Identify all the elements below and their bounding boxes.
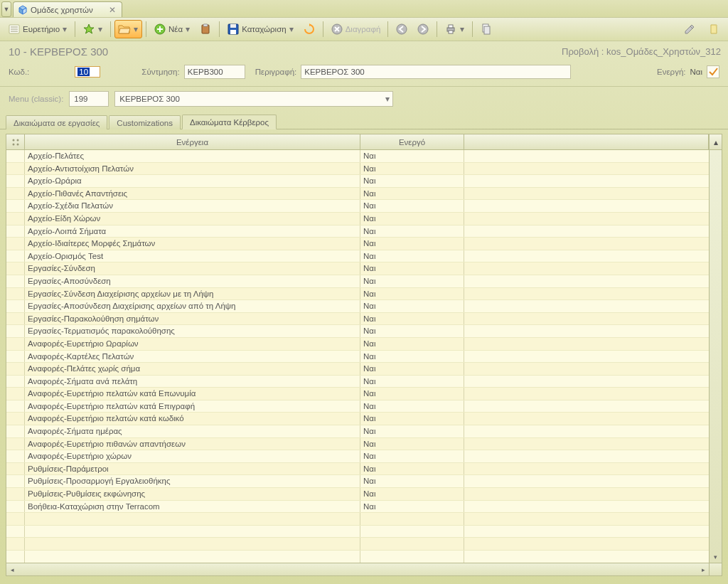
table-row[interactable]: Αρχείο-Αντιστοίχιση ΠελατώνΝαι (6, 163, 709, 176)
table-row[interactable]: Αρχείο-ΠελάτεςΝαι (6, 150, 709, 163)
table-row[interactable]: Εργασίες-Αποσύνδεση Διαχείρισης αρχείων … (6, 300, 709, 313)
table-row[interactable]: Αναφορές-Σήματα ανά πελάτηΝαι (6, 376, 709, 388)
separator (219, 21, 220, 37)
table-row[interactable]: Αρχείο-Ορισμός TestΝαι (6, 250, 709, 263)
table-row[interactable] (6, 526, 709, 538)
row-handle (6, 388, 25, 400)
cell-active: Ναι (360, 250, 464, 262)
table-row[interactable]: Αρχείο-Ιδιαίτερες Μορφές ΣημάτωνΝαι (6, 238, 709, 250)
save-label: Καταχώριση (242, 25, 287, 33)
cell-empty (464, 351, 709, 363)
table-row[interactable]: Αναφορές-Ευρετήριο χώρωνΝαι (6, 450, 709, 463)
row-handle (6, 450, 25, 462)
abbr-input[interactable] (184, 65, 245, 79)
clipboard-button[interactable] (196, 20, 215, 38)
cell-action: Αρχείο-Αντιστοίχιση Πελατών (25, 163, 360, 175)
table-row[interactable]: Αναφορές-Σήματα ημέραςΝαι (6, 425, 709, 438)
row-handle (6, 400, 25, 413)
scroll-left-button[interactable]: ◂ (6, 564, 18, 575)
related-button[interactable] (476, 20, 496, 38)
table-row[interactable]: Αναφορές-Ευρετήριο πελατών κατά Επιγραφή… (6, 400, 709, 413)
scrollbar-vertical[interactable]: ▾ (709, 150, 722, 563)
separator (75, 21, 75, 37)
tab-permissions-kerberos[interactable]: Δικαιώματα Κέρβερος (182, 115, 277, 129)
cell-action: Εργασίες-Αποσύνδεση (25, 275, 360, 287)
menu-desc-value: ΚΕΡΒΕΡΟΣ 300 (119, 95, 179, 103)
cell-action: Αναφορές-Ευρετήριο πελατών κατά κωδικό (25, 413, 360, 425)
table-row[interactable]: Αρχείο-Είδη ΧώρωνΝαι (6, 213, 709, 225)
table-row[interactable]: Αναφορές-Ευρετήριο ΩραρίωνΝαι (6, 338, 709, 351)
col-header-active[interactable]: Ενεργό (360, 134, 464, 149)
tab-permissions-tasks[interactable]: Δικαιώματα σε εργασίες (6, 115, 107, 129)
table-row[interactable]: Αρχείο-ΩράριαΝαι (6, 175, 709, 188)
col-header-action[interactable]: Ενέργεια (25, 134, 360, 149)
index-button[interactable]: Ευρετήριο ▾ (4, 20, 71, 38)
scroll-up-button[interactable]: ▴ (709, 134, 722, 149)
table-row[interactable]: Ρυθμίσεις-Ρυθμίσεις εκφώνησηςΝαι (6, 488, 709, 501)
table-row[interactable]: Αρχείο-Σχέδια ΠελατώνΝαι (6, 200, 709, 213)
table-row[interactable]: Αναφορές-Καρτέλες ΠελατώνΝαι (6, 351, 709, 363)
svg-point-21 (16, 143, 18, 145)
table-row[interactable]: Αναφορές-Ευρετήριο πελατών κατά Επωνυμία… (6, 388, 709, 400)
table-row[interactable]: Αναφορές-Πελάτες χωρίς σήμαΝαι (6, 363, 709, 376)
code-label: Κωδ.: (9, 68, 29, 76)
cell-empty (464, 262, 709, 275)
cell-action: Ρυθμίσεις-Ρυθμίσεις εκφώνησης (25, 488, 360, 500)
table-row[interactable]: Βοήθεια-Καταχώριση στην TerracomΝαι (6, 501, 709, 514)
table-row[interactable]: Ρυθμίσεις-ΠαράμετροιΝαι (6, 463, 709, 476)
tabbar-menu-button[interactable]: ▼ (1, 1, 11, 17)
folder-open-button[interactable]: ▾ (114, 20, 142, 38)
table-row[interactable]: Αναφορές-Ευρετήριο πελατών κατά κωδικόΝα… (6, 413, 709, 425)
desc-input[interactable] (301, 65, 571, 79)
new-button[interactable]: Νέα ▾ (150, 20, 194, 38)
table-row[interactable]: Αρχείο-Λοιπά ΣήματαΝαι (6, 225, 709, 238)
active-checkbox[interactable] (707, 65, 719, 78)
row-handle (6, 513, 25, 525)
cell-action: Αναφορές-Καρτέλες Πελατών (25, 351, 360, 363)
tab-customizations[interactable]: Customizations (109, 115, 181, 129)
print-button[interactable]: ▾ (441, 20, 469, 38)
table-row[interactable]: Εργασίες-Παρακολούθηση σημάτωνΝαι (6, 313, 709, 326)
cell-empty (464, 313, 709, 325)
table-row[interactable]: Αναφορές-Ευρετήριο πιθανών απαντήσεωνΝαι (6, 438, 709, 451)
close-icon[interactable]: ✕ (109, 5, 116, 15)
table-row[interactable]: Αρχείο-Πιθανές ΑπαντήσειςΝαι (6, 188, 709, 201)
table-row[interactable]: Ρυθμίσεις-Προσαρμογή ΕργαλειοθήκηςΝαι (6, 475, 709, 488)
cell-empty (464, 400, 709, 413)
delete-button[interactable]: Διαγραφή (327, 20, 385, 38)
window-tab-usergroups[interactable]: Ομάδες χρηστών ✕ (13, 1, 122, 17)
table-row[interactable]: Εργασίες-ΣύνδεσηΝαι (6, 262, 709, 275)
table-row[interactable] (6, 538, 709, 551)
menu-desc-dropdown[interactable]: ΚΕΡΒΕΡΟΣ 300 ▾ (114, 91, 393, 107)
menu-code-dropdown[interactable]: 199 (69, 91, 109, 107)
row-handle (6, 175, 25, 187)
code-input[interactable]: 10 (75, 66, 100, 78)
cell-action: Εργασίες-Σύνδεση Διαχείρισης αρχείων με … (25, 288, 360, 300)
scroll-down-button[interactable]: ▾ (710, 551, 721, 563)
table-row[interactable] (6, 551, 709, 563)
chevron-down-icon: ▾ (385, 94, 390, 104)
row-handle (6, 213, 25, 225)
nav-next-button[interactable] (413, 20, 433, 38)
table-row[interactable]: Εργασίες-Τερματισμός παρακολούθησηςΝαι (6, 325, 709, 338)
tools-button[interactable] (680, 20, 700, 38)
nav-prev-button[interactable] (392, 20, 412, 38)
cell-empty (464, 363, 709, 375)
table-row[interactable]: Εργασίες-Σύνδεση Διαχείρισης αρχείων με … (6, 288, 709, 301)
attach-button[interactable] (704, 20, 724, 38)
refresh-button[interactable] (299, 20, 319, 38)
svg-point-11 (397, 24, 407, 34)
cell-action: Βοήθεια-Καταχώριση στην Terracom (25, 501, 360, 513)
cell-active: Ναι (360, 150, 464, 162)
scroll-right-button[interactable]: ▸ (697, 564, 709, 575)
save-button[interactable]: Καταχώριση ▾ (223, 20, 298, 38)
clipboard-icon (199, 23, 212, 36)
grid-corner[interactable] (6, 134, 25, 149)
scrollbar-horizontal[interactable]: ◂ ▸ (6, 563, 722, 575)
table-row[interactable] (6, 513, 709, 526)
star-button[interactable]: ▾ (79, 20, 107, 38)
row-handle (6, 250, 25, 262)
table-row[interactable]: Εργασίες-ΑποσύνδεσηΝαι (6, 275, 709, 288)
svg-rect-17 (484, 26, 490, 34)
grid-body[interactable]: Αρχείο-ΠελάτεςΝαιΑρχείο-Αντιστοίχιση Πελ… (6, 150, 709, 563)
